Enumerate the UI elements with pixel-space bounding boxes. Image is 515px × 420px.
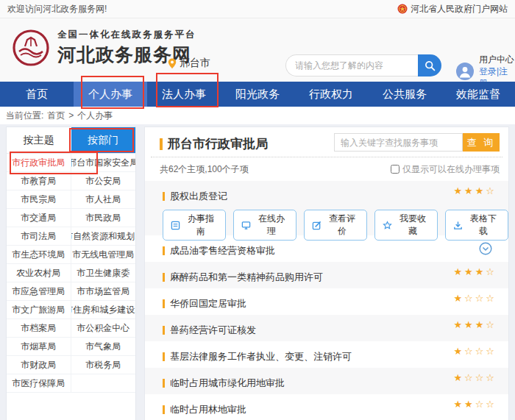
star-outline-icon: ☆ (486, 399, 497, 410)
portal-site-link[interactable]: 河北省人民政府门户网站 (411, 3, 508, 15)
title-accent-bar (163, 192, 165, 201)
nav-item-sunshine[interactable]: 阳光政务 (221, 82, 294, 107)
dept-item[interactable]: 市档案局 (7, 319, 71, 338)
dept-item[interactable]: 市民政局 (71, 209, 136, 227)
dept-item[interactable]: 市自然资源和规划... (71, 227, 136, 246)
nav-item-supervision[interactable]: 效能监督 (441, 82, 515, 107)
breadcrumb-home-link[interactable]: 首页 (47, 110, 65, 122)
service-item-label: 兽药经营许可证核发 (170, 324, 256, 337)
star-outline-icon: ☆ (464, 346, 475, 357)
location-pin-icon (168, 58, 177, 69)
nav-bar: 首页个人办事法人办事阳光政务行政权力公共服务效能监督 (0, 82, 515, 107)
star-outline-icon: ☆ (464, 293, 475, 304)
online-only-label: 仅显示可以在线办理事项 (402, 163, 500, 176)
guide-icon (171, 221, 180, 230)
page-title-text: 邢台市行政审批局 (168, 135, 268, 152)
dept-item[interactable]: 市教育局 (7, 172, 71, 191)
dept-item[interactable]: 市司法局 (7, 227, 71, 246)
breadcrumb-current: 个人办事 (77, 110, 113, 122)
star-filled-icon: ★ (475, 319, 486, 330)
service-item-label: 麻醉药品和第一类精神药品购用许可 (170, 271, 323, 284)
sidebar-tabs: 按主题 按部门 (7, 127, 135, 154)
star-rating: ★★★☆ (453, 185, 497, 196)
online-only-filter: 仅显示可以在线办理事项 (391, 163, 500, 176)
nav-item-public[interactable]: 公共服务 (368, 82, 441, 107)
sidebar: 按主题 按部门 市行政审批局邢台市国家安全局市教育局市公安局市民宗局市人社局市交… (6, 127, 136, 420)
main-header: 邢台市行政审批局 查 询 (145, 127, 508, 157)
dept-item[interactable]: 市市场监管局 (71, 282, 136, 301)
service-item-title[interactable]: 成品油零售经营资格审批 (163, 235, 508, 257)
title-accent-bar (160, 138, 163, 150)
star-outline-icon: ☆ (486, 319, 497, 330)
service-search-button[interactable]: 查 询 (463, 133, 500, 152)
dept-item[interactable]: 市无线电管理局 (71, 246, 136, 264)
nav-item-legal[interactable]: 法人办事 (147, 82, 221, 107)
avatar[interactable] (456, 63, 474, 80)
dept-item[interactable]: 市卫生健康委 (71, 264, 136, 282)
star-filled-icon: ★ (453, 266, 464, 277)
dept-item[interactable]: 市气象局 (71, 338, 136, 356)
dept-item[interactable]: 市住房和城乡建设... (71, 301, 136, 319)
dept-item[interactable]: 市行政审批局 (7, 154, 71, 172)
tab-by-topic[interactable]: 按主题 (7, 127, 71, 153)
dept-item[interactable]: 市烟草局 (7, 338, 71, 356)
header-search-button[interactable] (418, 54, 441, 76)
service-item: 麻醉药品和第一类精神药品购用许可★★★☆ (145, 262, 508, 288)
page-title: 邢台市行政审批局 (160, 135, 268, 152)
dept-item[interactable]: 市税务局 (71, 356, 136, 374)
nav-item-home[interactable]: 首页 (0, 82, 74, 107)
title-accent-bar (163, 352, 165, 361)
title-accent-bar (163, 273, 165, 282)
dept-item[interactable]: 市文广旅游局 (7, 301, 71, 319)
service-item: 基层法律服务工作者执业、变更、注销许可★☆☆☆ (145, 341, 508, 368)
dept-item[interactable]: 市医疗保障局 (7, 374, 71, 393)
favorite-icon (383, 221, 392, 230)
header-search (285, 54, 441, 76)
star-filled-icon: ★ (464, 319, 475, 330)
top-bar: 欢迎访问河北政务服务网! 河北省人民政府门户网站 (0, 0, 515, 18)
review-icon (312, 221, 322, 230)
star-rating: ★☆☆☆ (453, 372, 497, 383)
service-search: 查 询 (334, 133, 500, 152)
dept-item[interactable]: 市交通局 (7, 209, 71, 227)
user-center-link[interactable]: 用户中心 (479, 54, 515, 65)
stats-text: 共62个主项,100个子项 (151, 163, 249, 176)
dept-item[interactable]: 市应急管理局 (7, 282, 71, 301)
action-label: 我要收藏 (396, 213, 430, 238)
search-icon (425, 60, 436, 71)
title-accent-bar (163, 405, 165, 414)
dept-item[interactable]: 邢台市国家安全局 (71, 154, 136, 172)
service-item: 兽药经营许可证核发★★★☆ (145, 315, 508, 341)
dept-item[interactable]: 市财政局 (7, 356, 71, 374)
dept-item[interactable]: 市人社局 (71, 191, 136, 209)
action-label: 在线办理 (255, 213, 288, 238)
chevron-down-icon[interactable] (479, 242, 492, 255)
breadcrumb-prefix: 当前位置: (6, 110, 43, 122)
service-search-input[interactable] (334, 133, 463, 152)
star-filled-icon: ★ (464, 266, 475, 277)
stats-row: 共62个主项,100个子项 仅显示可以在线办理事项 (151, 157, 502, 181)
online-only-checkbox[interactable] (391, 165, 399, 174)
nav-item-power[interactable]: 行政权力 (294, 82, 368, 107)
city-name: 邢台市 (180, 57, 210, 70)
location-selector[interactable]: 邢台市 (168, 57, 210, 70)
download-icon (453, 221, 463, 230)
header-search-input[interactable] (285, 54, 418, 76)
dept-item[interactable]: 市公积金中心 (71, 319, 136, 338)
service-item-label: 华侨回国定居审批 (170, 297, 246, 310)
page: 欢迎访问河北政务服务网! 河北省人民政府门户网站 全国一体化在线政务服务平台 (0, 0, 515, 420)
main-panel: 邢台市行政审批局 查 询 共62个主项,100个子项 仅显示可以在线办理事项 股… (144, 127, 509, 420)
header: 全国一体化在线政务服务平台 河北政务服务网 邢台市 用户中心 (0, 18, 515, 82)
service-item: 华侨回国定居审批★☆☆☆ (145, 288, 508, 315)
star-rating: ★☆☆☆ (453, 346, 497, 357)
tab-by-department[interactable]: 按部门 (71, 127, 136, 153)
dept-item[interactable]: 农业农村局 (7, 264, 71, 282)
dept-item[interactable]: 市生态环境局 (7, 246, 71, 264)
service-list: 股权出质登记★★★☆办事指南在线办理查看评价我要收藏表格下载成品油零售经营资格审… (145, 181, 508, 420)
online-icon (241, 221, 251, 230)
service-item-label: 临时占用城市绿化用地审批 (170, 377, 285, 390)
dept-item[interactable]: 市民宗局 (7, 191, 71, 209)
star-filled-icon: ★ (475, 266, 486, 277)
nav-item-personal[interactable]: 个人办事 (74, 82, 147, 107)
dept-item[interactable]: 市公安局 (71, 172, 136, 191)
